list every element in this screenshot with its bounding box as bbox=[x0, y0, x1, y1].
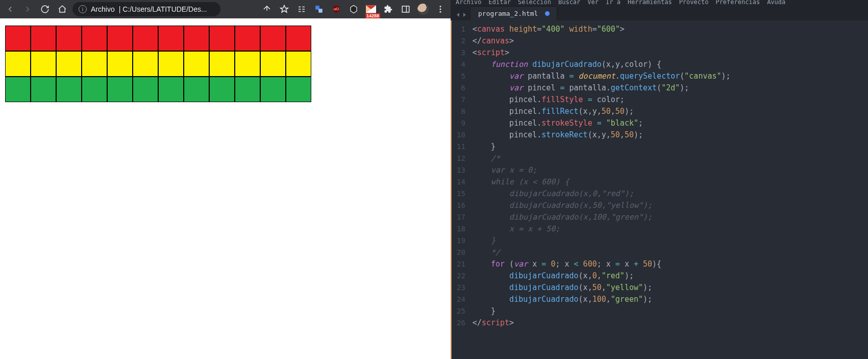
menu-item[interactable]: Ver bbox=[587, 0, 599, 4]
menu-item[interactable]: Editar bbox=[489, 0, 511, 4]
profile-button[interactable] bbox=[416, 2, 430, 16]
editor-menu-bar[interactable]: ArchivoEditarSelecciónBuscarVerIr aHerra… bbox=[451, 0, 868, 4]
bookmark-button[interactable] bbox=[277, 2, 291, 16]
line-number: 19 bbox=[457, 235, 465, 247]
code-line[interactable]: for (var x = 0; x < 600; x = x + 50){ bbox=[473, 258, 731, 270]
code-line[interactable]: dibujarCuadrado(x,0,"red"); bbox=[473, 188, 731, 200]
browser-viewport bbox=[0, 18, 451, 359]
canvas-output bbox=[5, 26, 445, 102]
grid-cell bbox=[286, 26, 311, 51]
line-number: 4 bbox=[457, 59, 465, 70]
line-number: 16 bbox=[457, 200, 465, 211]
code-line[interactable]: pincel.strokeRect(x,y,50,50); bbox=[473, 129, 731, 141]
grid-cell bbox=[31, 51, 56, 77]
code-line[interactable]: var x = 0; bbox=[473, 164, 731, 176]
code-line[interactable]: /* bbox=[473, 153, 731, 164]
translate-ext[interactable] bbox=[312, 2, 326, 16]
tab-file[interactable]: programa_2.html bbox=[471, 6, 557, 20]
code-line[interactable]: pincel.fillRect(x,y,50,50); bbox=[473, 106, 731, 117]
code-line[interactable]: </script> bbox=[473, 317, 731, 329]
menu-item[interactable]: Archivo bbox=[456, 0, 482, 4]
share-button[interactable] bbox=[260, 2, 274, 16]
grid-row bbox=[5, 26, 445, 51]
code-line[interactable]: */ bbox=[473, 247, 731, 258]
code-line[interactable]: x = x + 50; bbox=[473, 223, 731, 235]
svg-point-8 bbox=[440, 11, 441, 13]
grid-cell bbox=[133, 26, 158, 51]
menu-item[interactable]: Ayuda bbox=[767, 0, 785, 4]
grid-cell bbox=[260, 51, 286, 77]
extensions-button[interactable] bbox=[381, 2, 395, 16]
hexagon-icon bbox=[349, 5, 358, 14]
menu-item[interactable]: Buscar bbox=[558, 0, 580, 4]
reader-icon bbox=[297, 5, 306, 14]
code-line[interactable]: </canvas> bbox=[473, 35, 731, 47]
code-line[interactable]: pincel.strokeStyle = "black"; bbox=[473, 117, 731, 129]
forward-button[interactable] bbox=[20, 2, 35, 16]
kebab-icon bbox=[436, 5, 445, 14]
code-line[interactable]: } bbox=[473, 305, 731, 317]
line-number: 3 bbox=[457, 47, 465, 59]
line-number: 2 bbox=[457, 35, 465, 47]
line-number: 18 bbox=[457, 223, 465, 235]
url-bar[interactable]: i Archivo | C:/Users/LATITUDE/Des... bbox=[72, 2, 220, 16]
code-line[interactable]: } bbox=[473, 141, 731, 153]
code-line[interactable]: dibujarCuadrado(x,50,"yellow"); bbox=[473, 200, 731, 211]
home-button[interactable] bbox=[55, 2, 69, 16]
site-info-icon[interactable]: i bbox=[79, 5, 87, 13]
browser-window: i Archivo | C:/Users/LATITUDE/Des... uO bbox=[0, 0, 451, 359]
line-number: 17 bbox=[457, 211, 465, 223]
code-line[interactable]: dibujarCuadrado(x,100,"green"); bbox=[473, 294, 731, 305]
ext-hex[interactable] bbox=[346, 2, 361, 16]
code-line[interactable]: } bbox=[473, 235, 731, 247]
reader-button[interactable] bbox=[294, 2, 309, 16]
code-line[interactable]: var pantalla = document.querySelector("c… bbox=[473, 70, 731, 82]
code-line[interactable]: while (x < 600) { bbox=[473, 176, 731, 188]
line-number: 20 bbox=[457, 247, 465, 258]
grid-cell bbox=[235, 26, 260, 51]
menu-button[interactable] bbox=[433, 2, 448, 16]
svg-point-7 bbox=[440, 9, 441, 10]
back-button[interactable] bbox=[3, 2, 17, 16]
svg-rect-4 bbox=[402, 6, 409, 12]
line-number: 5 bbox=[457, 70, 465, 82]
url-prefix: Archivo bbox=[91, 5, 115, 13]
grid-row bbox=[5, 77, 445, 102]
mail-icon bbox=[366, 5, 376, 13]
grid-cell bbox=[260, 77, 286, 102]
grid-cell bbox=[209, 26, 235, 51]
grid-cell bbox=[5, 77, 31, 102]
code-line[interactable]: dibujarCuadrado(x,0,"red"); bbox=[473, 270, 731, 282]
line-number: 14 bbox=[457, 176, 465, 188]
code-line[interactable]: var pincel = pantalla.getContext("2d"); bbox=[473, 82, 731, 94]
code-line[interactable]: pincel.fillStyle = color; bbox=[473, 94, 731, 106]
svg-rect-1 bbox=[318, 9, 323, 13]
grid-cell bbox=[260, 26, 286, 51]
sidepanel-icon bbox=[401, 5, 410, 14]
tab-nav[interactable] bbox=[454, 12, 471, 20]
menu-item[interactable]: Ir a bbox=[606, 0, 621, 4]
grid-cell bbox=[184, 51, 209, 77]
sidepanel-button[interactable] bbox=[399, 2, 413, 16]
menu-item[interactable]: Proyecto bbox=[679, 0, 709, 4]
menu-item[interactable]: Preferencias bbox=[715, 0, 760, 4]
menu-item[interactable]: Selección bbox=[518, 0, 551, 4]
code-line[interactable]: function dibujarCuadrado(x,y,color) { bbox=[473, 59, 731, 70]
menu-item[interactable]: Herramientas bbox=[628, 0, 672, 4]
translate-icon bbox=[314, 5, 324, 14]
code-area[interactable]: 1234567891011121314151617181920212223242… bbox=[451, 20, 868, 359]
mail-ext[interactable]: 14288 bbox=[364, 2, 378, 16]
ublock-ext[interactable]: uO bbox=[329, 2, 343, 16]
grid-cell bbox=[133, 51, 158, 77]
code-line[interactable]: dibujarCuadrado(x,50,"yellow"); bbox=[473, 282, 731, 294]
reload-button[interactable] bbox=[38, 2, 52, 16]
grid-cell bbox=[107, 51, 133, 77]
code-content[interactable]: <canvas height="400" width="600"></canva… bbox=[473, 20, 731, 359]
code-line[interactable]: <canvas height="400" width="600"> bbox=[473, 23, 731, 35]
arrow-right-icon bbox=[23, 5, 32, 14]
grid-cell bbox=[31, 26, 56, 51]
code-line[interactable]: <script> bbox=[473, 47, 731, 59]
line-number: 8 bbox=[457, 106, 465, 117]
code-line[interactable]: dibujarCuadrado(x,100,"green"); bbox=[473, 211, 731, 223]
grid-cell bbox=[158, 26, 184, 51]
